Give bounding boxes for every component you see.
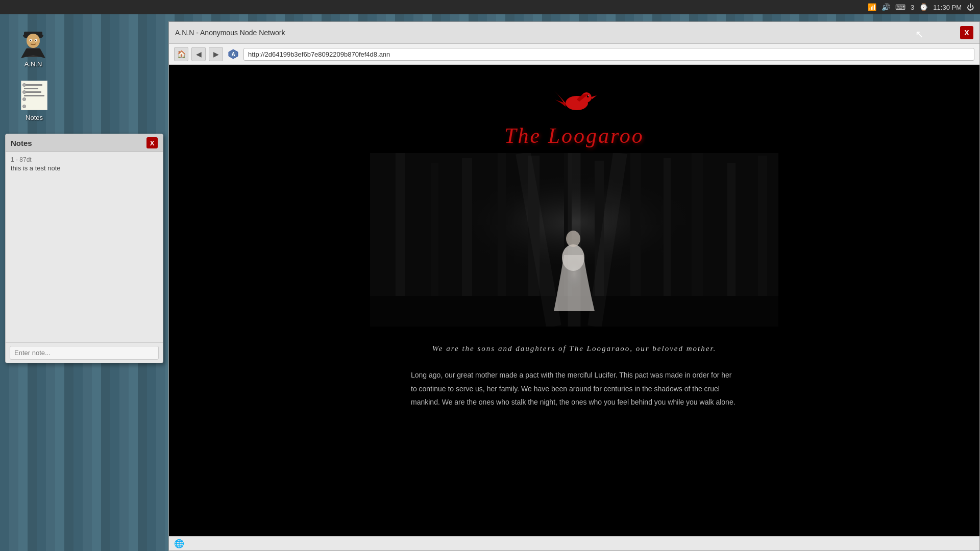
svg-point-5 — [30, 40, 31, 41]
notes-input-area — [6, 342, 163, 363]
loogaroo-site: The Loogaroo — [169, 65, 979, 536]
browser-url-input[interactable] — [243, 48, 974, 61]
site-logo-text: The Loogaroo — [504, 123, 644, 148]
note-id: 1 - 87dt — [11, 156, 158, 163]
wifi-icon: 📶 — [868, 3, 876, 11]
ann-icon-image — [17, 26, 50, 58]
battery-indicator: 3 — [911, 4, 914, 11]
statusbar: 📶 🔊 ⌨ 3 ⌚ 11:30 PM ⏻ — [0, 0, 980, 14]
notes-desktop-icon[interactable]: Notes — [11, 79, 57, 121]
browser-content: The Loogaroo — [169, 65, 979, 536]
keyboard-icon: ⌨ — [895, 3, 905, 11]
power-icon: ⏻ — [967, 3, 974, 11]
browser-home-button[interactable]: 🏠 — [174, 47, 188, 61]
notes-panel-header: Notes X — [6, 134, 163, 152]
time-display: 11:30 PM — [933, 4, 962, 11]
notes-icon-image — [18, 79, 51, 112]
ann-icon-label: A.N.N — [24, 60, 42, 68]
svg-point-14 — [588, 95, 589, 96]
globe-icon: 🌐 — [174, 539, 184, 548]
site-body-text: Long ago, our great mother made a pact w… — [380, 363, 768, 424]
svg-point-2 — [27, 34, 40, 48]
browser-forward-button[interactable]: ▶ — [209, 47, 223, 61]
browser-close-button[interactable]: X — [960, 26, 973, 39]
notes-icon-graphic — [21, 81, 47, 110]
notes-icon-label: Notes — [26, 114, 43, 121]
notes-spiral — [22, 81, 27, 110]
forest-svg — [370, 153, 778, 327]
site-bird-logo — [549, 80, 600, 121]
browser-title: A.N.N - Anonymous Node Network — [175, 29, 285, 37]
svg-marker-12 — [592, 95, 597, 99]
svg-point-6 — [35, 40, 36, 41]
clock-icon: ⌚ — [919, 3, 928, 11]
notes-content: 1 - 87dt this is a test note — [6, 152, 163, 342]
browser-security-icon: A — [226, 47, 240, 61]
notes-input[interactable] — [10, 346, 159, 360]
browser-window: A.N.N - Anonymous Node Network X 🏠 ◀ ▶ A — [168, 21, 980, 551]
note-item: 1 - 87dt this is a test note — [11, 156, 158, 172]
notes-panel-title: Notes — [11, 139, 32, 147]
ann-desktop-icon[interactable]: A.N.N — [10, 26, 56, 68]
browser-titlebar: A.N.N - Anonymous Node Network X — [169, 22, 979, 44]
forest-image-section — [370, 153, 778, 327]
browser-back-button[interactable]: ◀ — [191, 47, 206, 61]
ann-svg — [17, 26, 50, 58]
svg-text:A: A — [231, 52, 235, 57]
notes-panel: Notes X 1 - 87dt this is a test note — [5, 134, 163, 363]
browser-statusbar: 🌐 — [169, 536, 979, 550]
browser-toolbar: 🏠 ◀ ▶ A — [169, 44, 979, 65]
volume-icon: 🔊 — [881, 3, 890, 11]
site-header: The Loogaroo — [504, 65, 644, 153]
notes-close-button[interactable]: X — [146, 137, 158, 148]
note-text: this is a test note — [11, 164, 158, 172]
site-tagline: We are the sons and daughters of The Loo… — [402, 327, 747, 363]
